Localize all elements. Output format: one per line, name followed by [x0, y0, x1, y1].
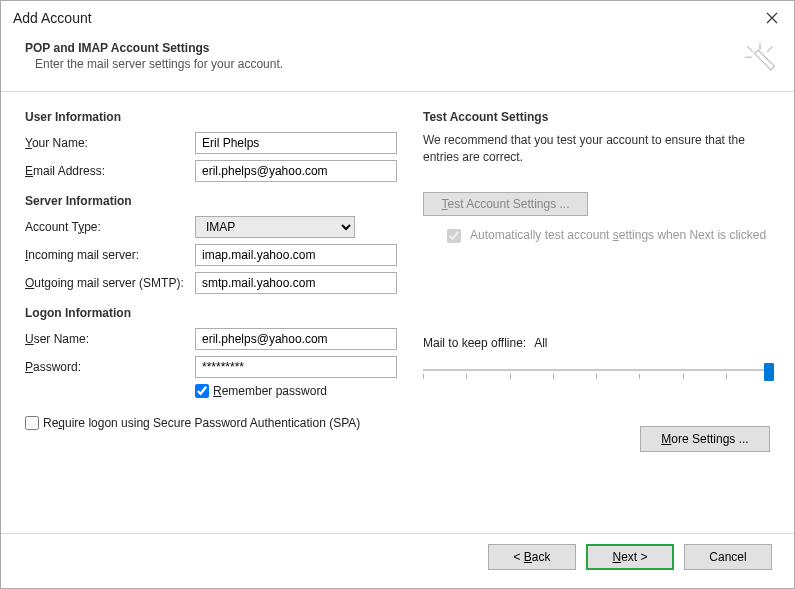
incoming-server-input[interactable]	[195, 244, 397, 266]
slider-ticks	[423, 374, 770, 379]
password-input[interactable]	[195, 356, 397, 378]
outgoing-label: Outgoing mail server (SMTP):	[25, 276, 195, 290]
cancel-button[interactable]: Cancel	[684, 544, 772, 570]
section-user-info: User Information	[25, 110, 397, 124]
header-subtitle: Enter the mail server settings for your …	[25, 57, 283, 71]
incoming-label: Incoming mail server:	[25, 248, 195, 262]
close-icon	[766, 12, 778, 24]
account-type-select[interactable]: IMAP	[195, 216, 355, 238]
svg-line-3	[767, 46, 772, 51]
close-button[interactable]	[750, 3, 794, 33]
account-type-label: Account Type:	[25, 220, 195, 234]
test-account-button[interactable]: Test Account Settings ...	[423, 192, 588, 216]
email-label: Email Address:	[25, 164, 195, 178]
your-name-label: Your Name:	[25, 136, 195, 150]
section-logon-info: Logon Information	[25, 306, 397, 320]
header-title: POP and IMAP Account Settings	[25, 41, 283, 55]
section-test: Test Account Settings	[423, 110, 770, 124]
spa-checkbox[interactable]	[25, 416, 39, 430]
username-input[interactable]	[195, 328, 397, 350]
remember-password-label: Remember password	[213, 384, 327, 398]
remember-password-checkbox[interactable]	[195, 384, 209, 398]
wizard-icon	[742, 41, 778, 77]
test-description: We recommend that you test your account …	[423, 132, 770, 166]
username-label: User Name:	[25, 332, 195, 346]
next-button[interactable]: Next >	[586, 544, 674, 570]
window-title: Add Account	[13, 10, 92, 26]
spa-label: Require logon using Secure Password Auth…	[43, 416, 360, 430]
mail-offline-value: All	[534, 336, 547, 350]
section-server-info: Server Information	[25, 194, 397, 208]
auto-test-checkbox	[447, 229, 461, 243]
slider-thumb[interactable]	[764, 363, 774, 381]
titlebar: Add Account	[1, 1, 794, 35]
your-name-input[interactable]	[195, 132, 397, 154]
slider-track	[423, 369, 770, 371]
back-button[interactable]: < Back	[488, 544, 576, 570]
wizard-footer: < Back Next > Cancel	[1, 534, 794, 588]
auto-test-label: Automatically test account settings when…	[470, 228, 766, 244]
outgoing-server-input[interactable]	[195, 272, 397, 294]
mail-offline-slider[interactable]	[423, 360, 770, 384]
mail-offline-label: Mail to keep offline:	[423, 336, 526, 350]
password-label: Password:	[25, 360, 195, 374]
more-settings-button[interactable]: More Settings ...	[640, 426, 770, 452]
wizard-header: POP and IMAP Account Settings Enter the …	[1, 35, 794, 91]
email-input[interactable]	[195, 160, 397, 182]
svg-line-2	[747, 46, 752, 51]
